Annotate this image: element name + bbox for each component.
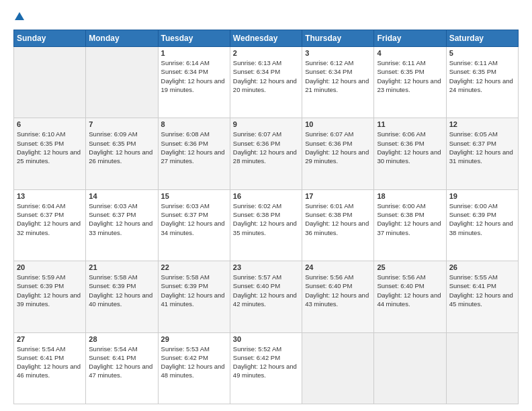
calendar-cell: 26Sunrise: 5:55 AMSunset: 6:41 PMDayligh… <box>446 261 518 332</box>
sunset-text: Sunset: 6:40 PM <box>377 282 424 289</box>
day-info: Sunrise: 5:59 AMSunset: 6:39 PMDaylight:… <box>17 273 83 308</box>
daylight-text: Daylight: 12 hours and 45 minutes. <box>449 291 513 308</box>
sunset-text: Sunset: 6:41 PM <box>449 282 496 289</box>
sunset-text: Sunset: 6:41 PM <box>89 354 136 361</box>
sunset-text: Sunset: 6:36 PM <box>161 140 208 147</box>
day-number: 8 <box>161 120 227 128</box>
day-info: Sunrise: 6:05 AMSunset: 6:37 PMDaylight:… <box>449 130 515 165</box>
sunrise-text: Sunrise: 6:12 AM <box>305 59 353 66</box>
sunrise-text: Sunrise: 5:52 AM <box>233 345 281 353</box>
calendar-cell <box>302 332 374 404</box>
calendar-week-2: 6Sunrise: 6:10 AMSunset: 6:35 PMDaylight… <box>14 118 519 189</box>
calendar-cell: 7Sunrise: 6:09 AMSunset: 6:35 PMDaylight… <box>86 118 158 189</box>
daylight-text: Daylight: 12 hours and 20 minutes. <box>233 77 297 93</box>
day-number: 12 <box>449 120 515 128</box>
day-info: Sunrise: 6:11 AMSunset: 6:35 PMDaylight:… <box>449 58 515 94</box>
day-info: Sunrise: 6:09 AMSunset: 6:35 PMDaylight:… <box>89 130 154 165</box>
day-number: 27 <box>17 335 83 343</box>
sunrise-text: Sunrise: 6:00 AM <box>377 202 425 210</box>
calendar-cell: 1Sunrise: 6:14 AMSunset: 6:34 PMDaylight… <box>158 47 230 118</box>
sunset-text: Sunset: 6:36 PM <box>377 140 424 147</box>
sunrise-text: Sunrise: 5:54 AM <box>17 345 65 353</box>
day-number: 10 <box>305 120 371 128</box>
day-info: Sunrise: 5:54 AMSunset: 6:41 PMDaylight:… <box>17 345 83 380</box>
daylight-text: Daylight: 12 hours and 28 minutes. <box>233 148 297 165</box>
day-number: 1 <box>161 49 227 57</box>
calendar-cell: 4Sunrise: 6:11 AMSunset: 6:35 PMDaylight… <box>374 47 446 118</box>
daylight-text: Daylight: 12 hours and 44 minutes. <box>377 291 441 308</box>
sunset-text: Sunset: 6:42 PM <box>161 354 208 361</box>
calendar-cell: 16Sunrise: 6:02 AMSunset: 6:38 PMDayligh… <box>230 189 302 261</box>
day-number: 24 <box>305 263 371 271</box>
day-info: Sunrise: 5:56 AMSunset: 6:40 PMDaylight:… <box>305 273 371 308</box>
calendar-cell: 12Sunrise: 6:05 AMSunset: 6:37 PMDayligh… <box>446 118 518 189</box>
sunset-text: Sunset: 6:35 PM <box>17 140 64 147</box>
calendar-header-row: SundayMondayTuesdayWednesdayThursdayFrid… <box>14 30 519 47</box>
calendar-cell: 17Sunrise: 6:01 AMSunset: 6:38 PMDayligh… <box>302 189 374 261</box>
calendar-cell: 28Sunrise: 5:54 AMSunset: 6:41 PMDayligh… <box>86 332 158 404</box>
sunrise-text: Sunrise: 6:02 AM <box>233 202 281 210</box>
calendar-body: 1Sunrise: 6:14 AMSunset: 6:34 PMDaylight… <box>14 47 519 404</box>
calendar-cell <box>374 332 446 404</box>
sunset-text: Sunset: 6:36 PM <box>305 140 352 147</box>
sunrise-text: Sunrise: 6:03 AM <box>89 202 137 210</box>
calendar-cell: 27Sunrise: 5:54 AMSunset: 6:41 PMDayligh… <box>14 332 86 404</box>
sunset-text: Sunset: 6:36 PM <box>233 140 280 147</box>
sunset-text: Sunset: 6:41 PM <box>17 354 64 361</box>
sunrise-text: Sunrise: 6:11 AM <box>377 59 425 66</box>
sunset-text: Sunset: 6:39 PM <box>161 282 208 289</box>
sunrise-text: Sunrise: 5:58 AM <box>161 273 210 281</box>
day-info: Sunrise: 6:00 AMSunset: 6:39 PMDaylight:… <box>449 201 515 237</box>
calendar-cell: 18Sunrise: 6:00 AMSunset: 6:38 PMDayligh… <box>374 189 446 261</box>
day-number: 26 <box>449 263 515 271</box>
day-info: Sunrise: 5:55 AMSunset: 6:41 PMDaylight:… <box>449 273 515 308</box>
daylight-text: Daylight: 12 hours and 36 minutes. <box>305 220 369 236</box>
sunset-text: Sunset: 6:34 PM <box>161 68 208 75</box>
sunrise-text: Sunrise: 5:53 AM <box>161 345 210 353</box>
calendar-cell: 15Sunrise: 6:03 AMSunset: 6:37 PMDayligh… <box>158 189 230 261</box>
daylight-text: Daylight: 12 hours and 21 minutes. <box>305 77 369 93</box>
daylight-text: Daylight: 12 hours and 46 minutes. <box>17 363 81 379</box>
day-number: 16 <box>233 192 299 200</box>
calendar-cell: 29Sunrise: 5:53 AMSunset: 6:42 PMDayligh… <box>158 332 230 404</box>
day-info: Sunrise: 5:56 AMSunset: 6:40 PMDaylight:… <box>377 273 443 308</box>
calendar-cell <box>14 47 86 118</box>
daylight-text: Daylight: 12 hours and 35 minutes. <box>233 220 297 236</box>
day-number: 17 <box>305 192 371 200</box>
day-header-thursday: Thursday <box>302 30 374 47</box>
calendar-cell: 19Sunrise: 6:00 AMSunset: 6:39 PMDayligh… <box>446 189 518 261</box>
sunset-text: Sunset: 6:35 PM <box>377 68 424 75</box>
daylight-text: Daylight: 12 hours and 25 minutes. <box>17 148 81 165</box>
calendar-cell: 6Sunrise: 6:10 AMSunset: 6:35 PMDaylight… <box>14 118 86 189</box>
sunrise-text: Sunrise: 6:03 AM <box>161 202 210 210</box>
calendar-cell: 23Sunrise: 5:57 AMSunset: 6:40 PMDayligh… <box>230 261 302 332</box>
day-info: Sunrise: 6:04 AMSunset: 6:37 PMDaylight:… <box>17 201 83 237</box>
day-info: Sunrise: 5:58 AMSunset: 6:39 PMDaylight:… <box>161 273 227 308</box>
sunrise-text: Sunrise: 6:08 AM <box>161 130 210 138</box>
calendar-cell: 30Sunrise: 5:52 AMSunset: 6:42 PMDayligh… <box>230 332 302 404</box>
sunrise-text: Sunrise: 6:07 AM <box>233 130 281 138</box>
calendar-cell: 21Sunrise: 5:58 AMSunset: 6:39 PMDayligh… <box>86 261 158 332</box>
daylight-text: Daylight: 12 hours and 47 minutes. <box>89 363 152 379</box>
daylight-text: Daylight: 12 hours and 34 minutes. <box>161 220 225 236</box>
sunrise-text: Sunrise: 5:57 AM <box>233 273 281 281</box>
sunrise-text: Sunrise: 6:11 AM <box>449 59 498 66</box>
sunset-text: Sunset: 6:35 PM <box>449 68 496 75</box>
calendar-cell: 24Sunrise: 5:56 AMSunset: 6:40 PMDayligh… <box>302 261 374 332</box>
sunset-text: Sunset: 6:34 PM <box>233 68 280 75</box>
day-number: 4 <box>377 49 443 57</box>
sunrise-text: Sunrise: 6:06 AM <box>377 130 425 138</box>
sunset-text: Sunset: 6:37 PM <box>161 211 208 218</box>
calendar-cell: 8Sunrise: 6:08 AMSunset: 6:36 PMDaylight… <box>158 118 230 189</box>
day-number: 7 <box>89 120 154 128</box>
day-number: 15 <box>161 192 227 200</box>
day-number: 30 <box>233 335 299 343</box>
calendar-week-5: 27Sunrise: 5:54 AMSunset: 6:41 PMDayligh… <box>14 332 519 404</box>
calendar-cell: 5Sunrise: 6:11 AMSunset: 6:35 PMDaylight… <box>446 47 518 118</box>
daylight-text: Daylight: 12 hours and 31 minutes. <box>449 148 513 165</box>
calendar-cell: 3Sunrise: 6:12 AMSunset: 6:34 PMDaylight… <box>302 47 374 118</box>
daylight-text: Daylight: 12 hours and 26 minutes. <box>89 148 152 165</box>
daylight-text: Daylight: 12 hours and 42 minutes. <box>233 291 297 308</box>
day-info: Sunrise: 6:07 AMSunset: 6:36 PMDaylight:… <box>305 130 371 165</box>
calendar-cell: 11Sunrise: 6:06 AMSunset: 6:36 PMDayligh… <box>374 118 446 189</box>
